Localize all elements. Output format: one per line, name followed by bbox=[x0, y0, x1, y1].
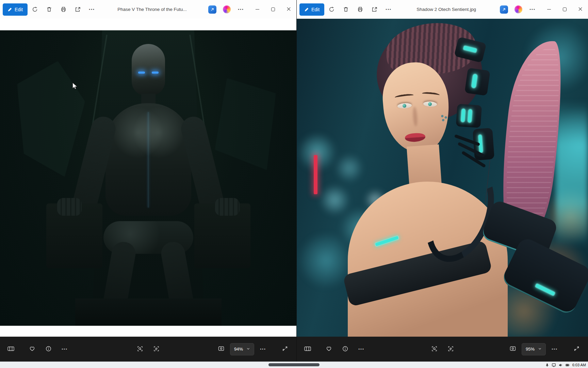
close-button[interactable] bbox=[572, 0, 588, 19]
iris-right bbox=[428, 102, 432, 106]
favorite-button[interactable] bbox=[24, 342, 39, 357]
more-icon: ••• bbox=[62, 347, 68, 351]
zoom-dropdown[interactable]: 95% bbox=[522, 343, 546, 355]
microphone-icon[interactable] bbox=[545, 363, 549, 367]
volume-icon[interactable] bbox=[558, 363, 563, 367]
display-cast-icon[interactable] bbox=[552, 363, 556, 367]
window-title: Shadow 2 Otech Sentient.jpg bbox=[396, 7, 497, 12]
share-button[interactable] bbox=[367, 2, 381, 17]
delete-button[interactable] bbox=[42, 2, 56, 17]
file-info-button[interactable] bbox=[338, 342, 353, 357]
rotate-button[interactable] bbox=[324, 2, 339, 17]
edit-button[interactable]: Edit bbox=[299, 3, 324, 16]
fullscreen-button[interactable] bbox=[277, 342, 292, 357]
designer-button[interactable] bbox=[511, 2, 525, 17]
close-button[interactable] bbox=[281, 0, 296, 19]
more-view-button[interactable]: ••• bbox=[547, 342, 562, 357]
fullscreen-button[interactable] bbox=[569, 342, 584, 357]
edit-button[interactable]: Edit bbox=[3, 3, 28, 16]
robot-eye-left bbox=[138, 72, 145, 74]
share-button[interactable] bbox=[70, 2, 85, 17]
minimize-icon bbox=[256, 9, 259, 10]
head-implant-2 bbox=[464, 68, 490, 96]
designer-button[interactable] bbox=[219, 2, 234, 17]
clock[interactable]: 6:03 AM bbox=[572, 363, 586, 367]
more-toolbar-button[interactable]: ••• bbox=[381, 2, 396, 17]
more-icon: ••• bbox=[358, 347, 364, 351]
info-icon bbox=[46, 346, 51, 353]
more-commands-button[interactable]: ••• bbox=[354, 342, 369, 357]
zoom-value: 95% bbox=[526, 347, 535, 352]
neon-sign-red bbox=[314, 155, 317, 194]
text-actions-button[interactable] bbox=[443, 342, 458, 357]
more-titlebar-button[interactable]: ••• bbox=[525, 2, 540, 17]
maximize-button[interactable] bbox=[265, 0, 281, 19]
zoom-dropdown[interactable]: 94% bbox=[230, 343, 254, 355]
more-icon: ••• bbox=[552, 347, 558, 351]
filmstrip-icon bbox=[304, 346, 311, 352]
heart-icon bbox=[326, 346, 332, 353]
open-with-app-button[interactable] bbox=[205, 2, 219, 17]
maximize-icon bbox=[563, 7, 567, 11]
visual-search-button[interactable] bbox=[427, 342, 442, 357]
favorite-button[interactable] bbox=[321, 342, 336, 357]
print-button[interactable] bbox=[353, 2, 367, 17]
printer-icon bbox=[357, 6, 363, 12]
mouse-cursor bbox=[71, 82, 79, 90]
more-titlebar-button[interactable]: ••• bbox=[234, 2, 248, 17]
iris-left bbox=[403, 104, 407, 108]
implant-glow bbox=[461, 109, 466, 122]
taskbar: 6:03 AM bbox=[0, 362, 588, 368]
command-bar: ••• 95% bbox=[297, 337, 588, 362]
slideshow-button[interactable] bbox=[214, 342, 229, 357]
open-with-app-button[interactable] bbox=[497, 2, 511, 17]
rotate-button[interactable] bbox=[28, 2, 42, 17]
robot-hand-right bbox=[215, 198, 240, 216]
zoom-value: 94% bbox=[234, 347, 243, 352]
filmstrip-button[interactable] bbox=[3, 342, 18, 357]
rotate-icon bbox=[329, 6, 334, 12]
edit-icon bbox=[304, 7, 309, 12]
taskbar-pill[interactable] bbox=[268, 363, 320, 366]
slideshow-icon bbox=[218, 346, 224, 352]
text-actions-icon bbox=[448, 346, 454, 353]
window-title: Phase V The Throne of the Futu... bbox=[99, 7, 205, 12]
edit-button-label: Edit bbox=[311, 7, 320, 12]
more-commands-button[interactable]: ••• bbox=[57, 342, 72, 357]
more-icon: ••• bbox=[238, 7, 244, 11]
maximize-button[interactable] bbox=[557, 0, 572, 19]
robot-torso-seam bbox=[148, 112, 149, 208]
minimize-button[interactable] bbox=[249, 0, 265, 19]
implant-glow bbox=[468, 109, 472, 123]
heart-icon bbox=[29, 346, 35, 353]
minimize-button[interactable] bbox=[541, 0, 557, 19]
more-toolbar-button[interactable]: ••• bbox=[85, 2, 99, 17]
rotate-icon bbox=[32, 6, 38, 12]
command-bar-center-group bbox=[427, 337, 458, 362]
robot-head bbox=[132, 44, 165, 96]
photos-window-left: Edit ••• Phase V The Throne of the Futu.… bbox=[0, 0, 296, 362]
photos-window-right: Edit ••• Shadow 2 Otech Sentient.jpg bbox=[296, 0, 588, 362]
slideshow-button[interactable] bbox=[505, 342, 520, 357]
command-bar-left-group: ••• bbox=[3, 337, 72, 362]
visual-search-button[interactable] bbox=[133, 342, 148, 357]
window-controls bbox=[541, 0, 588, 19]
debris-shards-right bbox=[215, 78, 276, 180]
photo-cyberpunk-woman bbox=[297, 19, 588, 337]
file-info-button[interactable] bbox=[41, 342, 56, 357]
photo-canvas bbox=[0, 19, 296, 337]
filmstrip-button[interactable] bbox=[300, 342, 315, 357]
more-view-button[interactable]: ••• bbox=[256, 342, 271, 357]
fullscreen-icon bbox=[282, 346, 288, 353]
command-bar-center-group bbox=[133, 337, 164, 362]
battery-icon[interactable] bbox=[565, 363, 570, 367]
visual-search-icon bbox=[137, 346, 143, 353]
fullscreen-icon bbox=[574, 346, 579, 353]
text-actions-button[interactable] bbox=[149, 342, 164, 357]
more-icon: ••• bbox=[260, 347, 266, 351]
implant-glow bbox=[472, 74, 477, 88]
titlebar: Edit ••• Shadow 2 Otech Sentient.jpg bbox=[297, 0, 588, 19]
delete-button[interactable] bbox=[339, 2, 353, 17]
print-button[interactable] bbox=[56, 2, 70, 17]
robot-hand-left bbox=[57, 198, 82, 216]
